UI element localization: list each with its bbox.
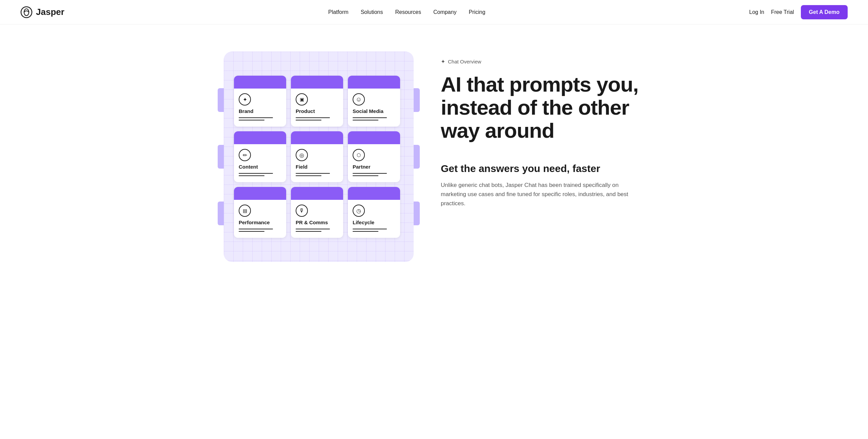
badge-icon: ✦ <box>441 58 445 65</box>
badge-text: Chat Overview <box>448 59 481 64</box>
pr-icon: 🎙 <box>296 205 308 217</box>
social-icon: ☺ <box>353 93 365 106</box>
line-2 <box>353 120 378 120</box>
card-field[interactable]: ◎ Field <box>291 131 343 182</box>
line-1 <box>353 117 387 118</box>
logo-text: Jasper <box>36 7 64 17</box>
nav-platform[interactable]: Platform <box>328 9 349 15</box>
content-lines <box>239 173 281 176</box>
product-icon: ▣ <box>296 93 308 106</box>
card-body-field: ◎ Field <box>291 144 343 182</box>
svg-point-1 <box>24 9 29 16</box>
field-icon: ◎ <box>296 149 308 161</box>
social-label: Social Media <box>353 108 395 114</box>
performance-label: Performance <box>239 220 281 225</box>
card-body-performance: ▤ Performance <box>234 200 286 238</box>
content-label: Content <box>239 164 281 170</box>
line-2 <box>296 231 321 232</box>
illustration-panel: ✦ Brand ▣ Product <box>224 52 414 262</box>
side-tab-r-2 <box>414 145 420 169</box>
product-lines <box>296 117 338 120</box>
pr-label: PR & Comms <box>296 220 338 225</box>
card-top-performance <box>234 187 286 200</box>
get-demo-button[interactable]: Get A Demo <box>801 5 848 19</box>
body-text: Unlike generic chat bots, Jasper Chat ha… <box>441 180 631 208</box>
partner-label: Partner <box>353 164 395 170</box>
field-lines <box>296 173 338 176</box>
nav-actions: Log In Free Trial Get A Demo <box>749 5 848 19</box>
text-content: ✦ Chat Overview AI that prompts you, ins… <box>441 52 651 208</box>
line-2 <box>239 231 264 232</box>
content-icon: ✏ <box>239 149 251 161</box>
line-2 <box>353 231 378 232</box>
side-tab-3 <box>218 202 224 225</box>
nav-pricing[interactable]: Pricing <box>469 9 485 15</box>
side-tab-r-3 <box>414 202 420 225</box>
line-2 <box>296 120 321 120</box>
brand-icon: ✦ <box>239 93 251 106</box>
performance-icon: ▤ <box>239 205 251 217</box>
card-body-pr: 🎙 PR & Comms <box>291 200 343 238</box>
free-trial-link[interactable]: Free Trial <box>771 9 794 15</box>
badge: ✦ Chat Overview <box>441 58 481 65</box>
nav-company[interactable]: Company <box>433 9 456 15</box>
pr-lines <box>296 229 338 232</box>
card-top-lifecycle <box>348 187 400 200</box>
side-tabs-left <box>218 52 224 262</box>
card-brand[interactable]: ✦ Brand <box>234 76 286 127</box>
nav-links: Platform Solutions Resources Company Pri… <box>328 9 485 15</box>
card-body-product: ▣ Product <box>291 89 343 127</box>
subheadline: Get the answers you need, faster <box>441 163 651 174</box>
line-1 <box>353 229 387 229</box>
line-1 <box>239 117 273 118</box>
card-partner[interactable]: ⬡ Partner <box>348 131 400 182</box>
main-content: ✦ Brand ▣ Product <box>197 24 671 289</box>
lifecycle-lines <box>353 229 395 232</box>
line-1 <box>353 173 387 174</box>
line-2 <box>239 175 264 176</box>
line-1 <box>296 173 330 174</box>
line-1 <box>239 229 273 229</box>
card-top-field <box>291 131 343 144</box>
logo[interactable]: Jasper <box>20 6 64 18</box>
side-tab-r-1 <box>414 88 420 112</box>
card-body-brand: ✦ Brand <box>234 89 286 127</box>
nav-solutions[interactable]: Solutions <box>361 9 383 15</box>
card-top-pr <box>291 187 343 200</box>
partner-icon: ⬡ <box>353 149 365 161</box>
brand-lines <box>239 117 281 120</box>
line-2 <box>296 175 321 176</box>
card-body-content: ✏ Content <box>234 144 286 182</box>
lifecycle-label: Lifecycle <box>353 220 395 225</box>
line-1 <box>296 229 330 229</box>
card-body-social: ☺ Social Media <box>348 89 400 127</box>
product-label: Product <box>296 108 338 114</box>
line-1 <box>239 173 273 174</box>
field-label: Field <box>296 164 338 170</box>
card-top-product <box>291 76 343 89</box>
nav-resources[interactable]: Resources <box>395 9 421 15</box>
card-top-partner <box>348 131 400 144</box>
card-product[interactable]: ▣ Product <box>291 76 343 127</box>
card-grid: ✦ Brand ▣ Product <box>234 76 400 238</box>
card-content[interactable]: ✏ Content <box>234 131 286 182</box>
navbar: Jasper Platform Solutions Resources Comp… <box>0 0 868 24</box>
partner-lines <box>353 173 395 176</box>
card-top-social <box>348 76 400 89</box>
line-1 <box>296 117 330 118</box>
side-tab-2 <box>218 145 224 169</box>
side-tabs-right <box>414 52 420 262</box>
card-pr-comms[interactable]: 🎙 PR & Comms <box>291 187 343 238</box>
main-headline: AI that prompts you, instead of the othe… <box>441 73 651 142</box>
line-2 <box>353 175 378 176</box>
login-link[interactable]: Log In <box>749 9 764 15</box>
card-top-brand <box>234 76 286 89</box>
card-body-partner: ⬡ Partner <box>348 144 400 182</box>
brand-label: Brand <box>239 108 281 114</box>
card-lifecycle[interactable]: ◷ Lifecycle <box>348 187 400 238</box>
performance-lines <box>239 229 281 232</box>
card-body-lifecycle: ◷ Lifecycle <box>348 200 400 238</box>
card-social-media[interactable]: ☺ Social Media <box>348 76 400 127</box>
card-performance[interactable]: ▤ Performance <box>234 187 286 238</box>
line-2 <box>239 120 264 120</box>
